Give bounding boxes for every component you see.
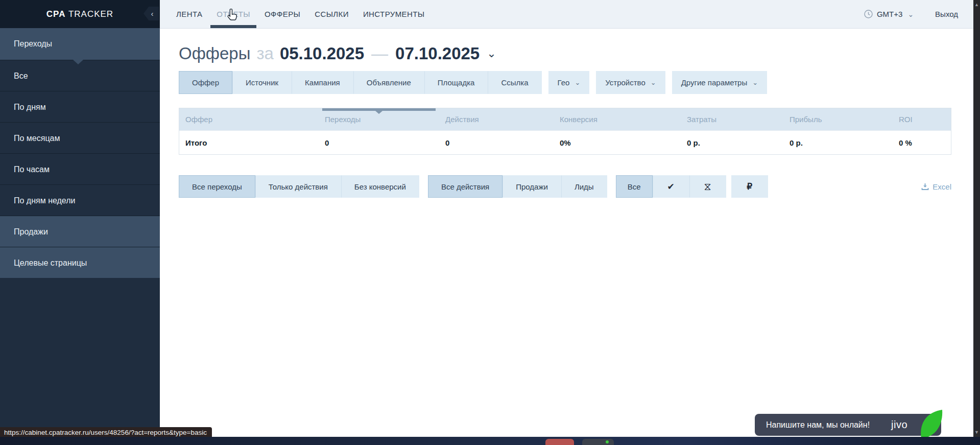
clock-icon [864, 10, 873, 18]
title-preposition: за [256, 44, 273, 63]
scroll-down-icon[interactable]: ▼ [973, 428, 980, 436]
dropdown-drugie-parametry[interactable]: Другие параметры⌄ [672, 71, 767, 94]
sidebar-collapse-button[interactable]: ‹ [144, 7, 159, 20]
brand-logo: CPA TRACKER [46, 9, 113, 19]
chevron-down-icon: ⌄ [907, 10, 914, 18]
download-icon [921, 183, 929, 191]
nav-tab-offery[interactable]: ОФФЕРЫ [257, 0, 307, 28]
filter-bez-konversiy[interactable]: Без конверсий [341, 175, 419, 198]
dimension-tab-offer[interactable]: Оффер [179, 71, 232, 94]
sort-indicator [322, 108, 436, 111]
dropdown-label: Другие параметры [681, 78, 748, 87]
column-header-pribyl[interactable]: Прибыль [783, 115, 893, 124]
total-clicks: 0 [319, 138, 439, 147]
chevron-down-icon: ⌄ [575, 79, 580, 86]
filter-approved-button[interactable]: ✔ [653, 175, 689, 198]
sidebar-item-po-dnyam[interactable]: По дням [0, 91, 160, 122]
vertical-scrollbar[interactable]: ▲ ▼ [973, 0, 980, 445]
jivo-logo: jivo [891, 419, 907, 431]
filter-status-vse[interactable]: Все [616, 175, 653, 198]
brand-rest: TRACKER [65, 9, 113, 19]
main-content: Офферы за 05.10.2025 — 07.10.2025 ⌄ Оффе… [160, 29, 973, 437]
ruble-icon: ₽ [747, 181, 752, 192]
table-header: Оффер Переходы Действия Конверсия Затрат… [179, 108, 951, 130]
filter-lidy[interactable]: Лиды [561, 175, 607, 198]
report-title-row: Офферы за 05.10.2025 — 07.10.2025 ⌄ [179, 44, 951, 63]
sidebar-item-po-dnyam-nedeli[interactable]: По дням недели [0, 184, 160, 216]
nav-tab-label: ЛЕНТА [176, 10, 202, 18]
brand-bold: CPA [46, 9, 66, 19]
nav-right-area: GMT+3 ⌄ Выход [864, 10, 958, 18]
app-window: CPA TRACKER ‹ Переходы Все По дням По ме… [0, 0, 980, 445]
filter-vse-deystviya[interactable]: Все действия [428, 175, 503, 198]
chevron-down-icon: ⌄ [752, 79, 758, 86]
timezone-selector[interactable]: GMT+3 ⌄ [864, 10, 914, 18]
date-separator: — [371, 44, 388, 63]
collapse-icon: ‹ [151, 9, 154, 18]
dimension-tab-istochnik[interactable]: Источник [232, 71, 292, 94]
check-icon: ✔ [667, 181, 675, 192]
status-url-tooltip: https://cabinet.cpatracker.ru/users/4825… [0, 427, 212, 437]
dropdown-geo[interactable]: Гео⌄ [548, 71, 590, 94]
hourglass-icon: ⧖ [704, 181, 711, 193]
nav-items: ЛЕНТА ОТЧЕТЫ ОФФЕРЫ ССЫЛКИ ИНСТРУМЕНТЫ [169, 0, 432, 28]
top-navigation: ЛЕНТА ОТЧЕТЫ ОФФЕРЫ ССЫЛКИ ИНСТРУМЕНТЫ G… [160, 0, 973, 29]
sidebar-item-tselevye-stranitsy[interactable]: Целевые страницы [0, 247, 160, 278]
sidebar-item-perehody[interactable]: Переходы [0, 28, 160, 60]
date-from[interactable]: 05.10.2025 [280, 44, 364, 63]
page-title: Офферы [179, 44, 250, 63]
nav-tab-label: ОФФЕРЫ [265, 10, 300, 18]
filter-row: Все переходы Только действия Без конверс… [179, 175, 951, 198]
dimension-tabs: Оффер Источник Кампания Объявление Площа… [179, 71, 951, 94]
dropdown-label: Устройство [605, 78, 645, 87]
column-header-perehody[interactable]: Переходы [319, 115, 439, 124]
sidebar-item-po-mesyatsam[interactable]: По месяцам [0, 122, 160, 153]
dimension-tab-ssylka[interactable]: Ссылка [488, 71, 541, 94]
status-url: https://cabinet.cpatracker.ru/users/4825… [4, 429, 207, 436]
sidebar-header: CPA TRACKER ‹ [0, 0, 160, 28]
nav-tab-otchety[interactable]: ОТЧЕТЫ [209, 0, 257, 28]
date-to[interactable]: 07.10.2025 [395, 44, 480, 63]
sidebar-item-vse[interactable]: Все [0, 60, 160, 91]
total-conversion: 0% [554, 138, 681, 147]
filter-prodazhi[interactable]: Продажи [503, 175, 561, 198]
filter-vse-perehody[interactable]: Все переходы [179, 175, 255, 198]
date-range-chevron-icon[interactable]: ⌄ [487, 51, 496, 56]
column-header-deystviya[interactable]: Действия [439, 115, 554, 124]
scroll-up-icon[interactable]: ▲ [973, 1, 980, 9]
dimension-tab-kampaniya[interactable]: Кампания [292, 71, 353, 94]
total-actions: 0 [439, 138, 554, 147]
sidebar-item-po-chasam[interactable]: По часам [0, 153, 160, 184]
total-roi: 0 % [893, 138, 951, 147]
dimension-tab-ploshchadka[interactable]: Площадка [424, 71, 488, 94]
logout-link[interactable]: Выход [935, 10, 958, 18]
column-header-konversiya[interactable]: Конверсия [554, 115, 681, 124]
column-header-roi[interactable]: ROI [893, 115, 951, 124]
nav-tab-label: ИНСТРУМЕНТЫ [363, 10, 425, 18]
chat-widget[interactable]: Напишите нам, мы онлайн! jivo [755, 414, 941, 436]
filter-pending-button[interactable]: ⧖ [689, 175, 726, 198]
active-tab-underline [210, 25, 256, 28]
dropdown-label: Гео [558, 78, 570, 87]
nav-tab-ssylki[interactable]: ССЫЛКИ [307, 0, 356, 28]
nav-tab-label: ССЫЛКИ [315, 10, 349, 18]
total-profit: 0 р. [783, 138, 893, 147]
export-label: Excel [933, 182, 951, 191]
export-excel-link[interactable]: Excel [921, 182, 951, 191]
filter-currency-button[interactable]: ₽ [731, 175, 768, 198]
nav-tab-lenta[interactable]: ЛЕНТА [169, 0, 209, 28]
table-row-total: Итого 0 0 0% 0 р. 0 р. 0 % [179, 130, 951, 154]
column-header-zatraty[interactable]: Затраты [681, 115, 783, 124]
filter-tolko-deystviya[interactable]: Только действия [255, 175, 341, 198]
report-table: Оффер Переходы Действия Конверсия Затрат… [179, 108, 951, 155]
column-header-offer[interactable]: Оффер [179, 115, 319, 124]
dimension-tab-obyavlenie[interactable]: Объявление [353, 71, 424, 94]
taskbar-red-button[interactable] [545, 439, 574, 445]
dropdown-ustroystvo[interactable]: Устройство⌄ [596, 71, 665, 94]
taskbar-status-button[interactable] [582, 439, 614, 445]
sidebar: CPA TRACKER ‹ Переходы Все По дням По ме… [0, 0, 160, 445]
timezone-label: GMT+3 [877, 10, 902, 18]
chat-message: Напишите нам, мы онлайн! [766, 420, 870, 430]
nav-tab-instrumenty[interactable]: ИНСТРУМЕНТЫ [356, 0, 432, 28]
sidebar-item-prodazhi[interactable]: Продажи [0, 216, 160, 247]
